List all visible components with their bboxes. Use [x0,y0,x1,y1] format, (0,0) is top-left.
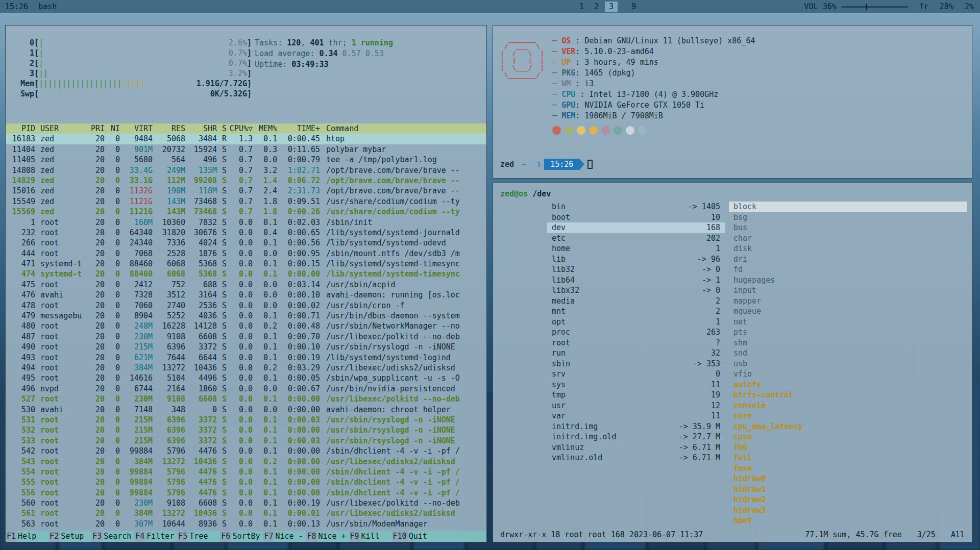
column-header-virt[interactable]: VIRT [120,123,153,134]
fm-entry[interactable]: full [729,453,967,463]
fm-entry[interactable]: net [729,317,967,328]
process-row[interactable]: 493root200621M76446644S0.00.10:00.19/lib… [6,353,486,363]
fm-entry[interactable]: hugepages [729,275,967,286]
fnkey-quit[interactable]: F10Quit [392,531,486,542]
process-row[interactable]: 11404zed200901M2073215924S0.70.30:11.65p… [6,144,486,155]
fnkey-tree[interactable]: F5Tree [177,531,220,542]
fm-entry[interactable]: boot10 [547,212,725,223]
workspace-9[interactable]: 9 [627,2,640,12]
fm-entry[interactable]: initrd.img.old-> 27.7 M [547,432,725,442]
fm-entry[interactable]: root? [547,338,725,348]
fm-entry[interactable]: char [729,233,967,244]
fm-entry[interactable]: shm [729,338,967,348]
fm-entry[interactable]: console [729,401,967,411]
fm-entry[interactable]: hidraw2 [729,494,967,505]
process-row[interactable]: 560root200230M91086608S0.00.10:00.19/usr… [6,498,486,508]
process-row[interactable]: 527root200230M91086608S0.00.10:00.00/usr… [6,394,486,404]
process-row[interactable]: 563root200307M106448936S0.00.10:00.13/us… [6,519,486,529]
fm-entry[interactable]: snd [729,348,967,359]
fnkey-search[interactable]: F3Search [91,531,134,542]
fm-entry[interactable]: bsg [729,212,967,223]
fm-entry[interactable]: lib-> 96 [547,254,725,265]
fm-entry[interactable]: hpet [729,515,967,526]
fnkey-kill[interactable]: F9Kill [349,531,392,542]
fm-entry[interactable]: libx32-> 0 [547,285,725,296]
process-row[interactable]: 476avahi200732835123164S0.00.00:00.10ava… [6,290,486,300]
process-row[interactable]: 543root200384M1327210436S0.00.20:00.00/u… [6,457,486,467]
fm-entry[interactable]: tmp19 [547,390,725,401]
process-row[interactable]: 16183zed200948450683484R1.30.10:00.45hto… [6,134,486,144]
volume-slider-thumb[interactable] [866,4,867,10]
fm-entry[interactable]: opt1 [547,317,725,328]
workspace-1[interactable]: 1 [575,2,588,12]
fnkey-setup[interactable]: F2Setup [48,531,91,542]
process-row[interactable]: 561root200384M1327210436S0.00.10:00.01/u… [6,508,486,518]
keyboard-layout[interactable]: fr [919,2,928,11]
fm-entry[interactable]: usb [729,359,967,369]
process-row[interactable]: 487root200230M91086608S0.00.10:00.70/usr… [6,332,486,342]
fnkey-help[interactable]: F1Help [6,531,48,542]
column-header-shr[interactable]: SHR [185,123,217,134]
fm-entry[interactable]: bus [729,222,967,233]
fm-entry[interactable]: run32 [547,348,725,359]
column-header-ni[interactable]: NI [105,123,120,134]
process-row[interactable]: 556root2009988457964476S0.00.10:00.00/sb… [6,488,486,498]
fm-entry[interactable]: etc202 [547,233,725,244]
volume-slider[interactable] [842,6,908,8]
fm-entry[interactable]: autofs [729,380,967,390]
process-row[interactable]: 555root2009988457964476S0.00.10:00.00/sb… [6,477,486,487]
process-row[interactable]: 554root2009988457964476S0.00.10:00.00/sb… [6,467,486,477]
fm-entry[interactable]: vmlinuz.old-> 6.71 M [547,453,725,463]
process-row[interactable]: 15549zed2001121G143M73468S0.71.80:09.51/… [6,196,486,207]
process-row[interactable]: 11405zed2005680564496S0.70.00:00.79tee -… [6,155,486,165]
column-header-user[interactable]: USER [35,123,84,134]
fm-entry[interactable]: mqueue [729,306,967,317]
fm-entry[interactable]: btrfs-control [729,390,967,401]
file-manager-window[interactable]: zed@os/dev bin-> 1405boot10dev168etc202h… [493,183,972,542]
process-row[interactable]: 533root200215M63963372S0.00.10:00.03/usr… [6,436,486,446]
column-header-mem[interactable]: MEM% [253,123,277,134]
fm-entry[interactable]: initrd.img-> 35.9 M [547,421,725,432]
process-row[interactable]: 531root200215M63963372S0.00.10:00.03/usr… [6,415,486,425]
fm-entry[interactable]: home1 [547,243,725,254]
process-row[interactable]: 479messagebu200890452524036S0.00.10:00.7… [6,311,486,321]
fnkey-nice[interactable]: F8Nice + [306,531,349,542]
fm-entry[interactable]: lib32-> 0 [547,264,725,275]
fm-filter[interactable]: All [951,530,965,539]
fm-entry[interactable]: usr12 [547,401,725,411]
column-header-cpu[interactable]: CPU%▽ [228,123,253,134]
process-row[interactable]: 532root200215M63963372S0.00.10:00.00/usr… [6,425,486,435]
fm-entry[interactable]: pts [729,327,967,338]
fm-entry[interactable]: fuse [729,463,967,474]
process-row[interactable]: 490root200215M63963372S0.00.10:00.10/usr… [6,342,486,352]
fm-entry[interactable]: cuse [729,432,967,442]
fm-entry[interactable]: lib64-> 1 [547,275,725,286]
column-header-pid[interactable]: PID [6,123,35,134]
fm-entry[interactable]: var11 [547,411,725,421]
htop-window[interactable]: 0[|2.6%]1[|0.7%]2[|0.7%]3[||3.2%]Mem[|||… [5,25,487,542]
fm-entry[interactable]: fb0 [729,442,967,453]
fm-entry[interactable]: fd [729,264,967,275]
workspace-2[interactable]: 2 [590,2,603,12]
process-row[interactable]: 496nvpd200674421641860S0.00.00:00.67/usr… [6,384,486,394]
fm-entry[interactable]: sbin-> 353 [547,359,725,369]
process-row[interactable]: 480root200248M1622814128S0.00.20:00.48/u… [6,321,486,331]
process-row[interactable]: 474systemd-t2008846060685368S0.00.10:00.… [6,269,486,279]
fm-entry[interactable]: mapper [729,296,967,307]
fm-entry[interactable]: input [729,285,967,296]
column-header-s[interactable]: S [217,123,228,134]
fm-entry[interactable]: srv0 [547,369,725,380]
fnkey-nice[interactable]: F7Nice - [263,531,306,542]
fm-entry[interactable]: vmlinuz-> 6.71 M [547,442,725,453]
process-row[interactable]: 266root2002434073364024S0.00.10:00.56/li… [6,238,486,248]
process-row[interactable]: 471systemd-t2008846060685368S0.00.10:00.… [6,259,486,269]
fm-entry[interactable]: proc263 [547,327,725,338]
fm-entry[interactable]: core [729,411,967,421]
column-header-command[interactable]: Command [320,123,486,134]
fm-entry[interactable]: sys11 [547,380,725,390]
process-row[interactable]: 475root2002412752688S0.00.00:03.14/usr/s… [6,280,486,290]
fnkey-sortby[interactable]: F6SortBy [220,531,263,542]
fm-entry[interactable]: bin-> 1405 [547,202,725,212]
process-row[interactable]: 15016zed2001132G190M118MS0.72.42:31.73/o… [6,186,486,196]
fm-entry[interactable]: hidraw3 [729,505,967,516]
